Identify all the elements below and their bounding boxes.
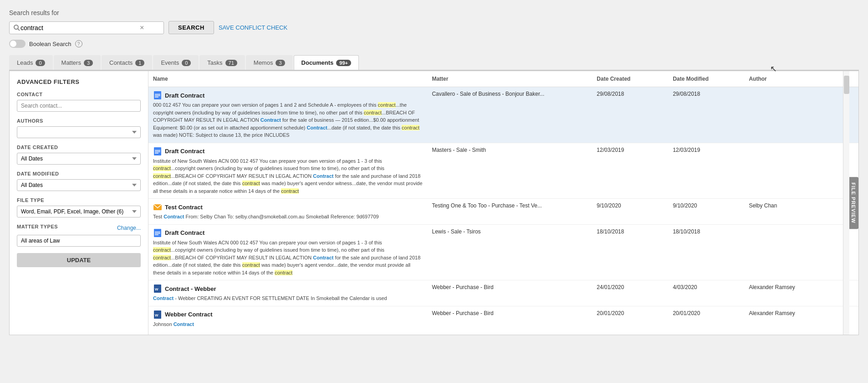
tab-documents-badge: 99+ [336,60,351,66]
highlight-contract: contract [153,255,171,260]
boolean-label: Boolean Search [29,41,71,47]
result-name: Draft Contract [165,229,204,236]
tab-contacts[interactable]: Contacts 1 [102,55,152,70]
svg-rect-8 [155,151,160,152]
result-name: Test Contract [165,204,203,211]
result-author-cell: Alexander Ramsey [744,280,858,306]
help-icon[interactable]: ? [75,40,82,47]
table-row[interactable]: Draft Contract Institute of New South Wa… [148,143,858,199]
result-date-modified-cell: 20/01/2020 [668,306,744,326]
results-body: Draft Contract 000 012 457 You can prepa… [148,87,858,327]
result-author-cell [744,143,858,199]
result-matter-cell: Testing One & Too Too - Purchase - Test … [427,199,592,225]
tab-events[interactable]: Events 0 [153,55,199,70]
date-modified-select[interactable]: All Dates [17,179,141,191]
col-header-matter: Matter [427,71,592,87]
result-name: Contract - Webber [165,285,216,292]
date-created-select[interactable]: All Dates [17,153,141,165]
file-type-select[interactable]: Word, Email, PDF, Excel, Image, Other (6… [17,206,141,217]
result-date-created-cell: 24/01/2020 [592,280,668,306]
table-row[interactable]: Draft Contract 000 012 457 You can prepa… [148,87,858,143]
result-name-row: Draft Contract [153,147,423,156]
contact-input[interactable] [17,100,141,112]
change-link[interactable]: Change... [117,225,141,231]
authors-select[interactable] [17,126,141,138]
result-matter-cell: Lewis - Sale - Tsiros [427,224,592,280]
table-row[interactable]: W Contract - Webber Contract - Webber CR… [148,280,858,306]
result-name-cell[interactable]: Draft Contract 000 012 457 You can prepa… [148,87,427,143]
matter-types-filter: MATTER TYPES Change... [17,224,141,247]
tab-contacts-badge: 1 [135,60,144,66]
tab-matters[interactable]: Matters 3 [54,55,101,70]
result-author-cell: Alexander Ramsey [744,306,858,326]
result-date-created-cell: 12/03/2019 [592,143,668,199]
matter-types-label: MATTER TYPES [17,224,58,229]
result-name-cell[interactable]: W Contract - Webber Contract - Webber CR… [148,280,427,306]
tab-leads[interactable]: Leads 0 [9,55,53,70]
tab-tasks[interactable]: Tasks 71 [199,55,245,70]
col-header-name: Name [148,71,427,87]
boolean-toggle[interactable] [9,40,26,48]
svg-rect-3 [155,94,160,95]
google-doc-icon [153,147,162,156]
boolean-row: Boolean Search ? [9,40,859,48]
authors-label: AUTHORS [17,118,141,124]
result-date-modified-cell: 4/03/2020 [668,280,744,306]
table-row[interactable]: W Webber Contract Johnson Contract Webbe… [148,306,858,326]
result-snippet: Test Contract From: Selby Chan To: selby… [153,213,423,221]
highlight-contract: Contract [153,295,174,301]
table-row[interactable]: Test Contract Test Contract From: Selby … [148,199,858,225]
tab-memos[interactable]: Memos 3 [246,55,293,70]
highlight-contract: Contract [313,173,333,179]
result-snippet: Institute of New South Wales ACN 000 012… [153,157,423,195]
result-name-cell[interactable]: Draft Contract Institute of New South Wa… [148,224,427,280]
tab-documents[interactable]: Documents 99+ [294,55,359,70]
word-icon: W [153,284,162,293]
result-snippet: Contract - Webber CREATING AN EVENT FOR … [153,295,423,302]
result-date-modified-cell: 29/08/2018 [668,87,744,143]
file-preview-tab[interactable]: FILE PREVIEW [848,177,858,229]
authors-filter: AUTHORS [17,118,141,138]
save-conflict-button[interactable]: SAVE CONFLICT CHECK [219,24,287,31]
result-matter-cell: Masters - Sale - Smith [427,143,592,199]
highlight-contract: contract [153,173,171,179]
highlight-contract: Contract [163,214,184,219]
result-name-cell[interactable]: Draft Contract Institute of New South Wa… [148,143,427,199]
matter-types-row: MATTER TYPES Change... [17,224,141,232]
date-modified-filter: DATE MODIFIED All Dates [17,171,141,191]
search-input[interactable] [20,24,139,31]
search-button[interactable]: SEARCH [168,21,214,34]
results-header: Name Matter Date Created Date Modified A… [148,71,858,87]
result-name-row: Draft Contract [153,91,423,100]
tab-matters-badge: 3 [84,60,93,66]
search-bar-row: × SEARCH SAVE CONFLICT CHECK [9,21,859,34]
results-scroll[interactable]: Name Matter Date Created Date Modified A… [148,71,858,326]
result-name-cell[interactable]: Test Contract Test Contract From: Selby … [148,199,427,225]
update-button[interactable]: UPDATE [17,253,141,267]
matter-types-input[interactable] [17,235,141,247]
search-results-label: Search results for [9,9,859,16]
word-icon: W [153,310,162,319]
svg-point-0 [14,25,18,29]
clear-button[interactable]: × [139,24,145,32]
table-row[interactable]: Draft Contract Institute of New South Wa… [148,224,858,280]
date-created-label: DATE CREATED [17,145,141,150]
svg-rect-5 [155,97,158,98]
result-date-created-cell: 18/10/2018 [592,224,668,280]
svg-line-1 [18,29,20,31]
result-name-cell[interactable]: W Webber Contract Johnson Contract [148,306,427,326]
sidebar: ADVANCED FILTERS CONTACT AUTHORS DATE CR… [10,71,148,335]
result-matter-cell: Webber - Purchase - Bird [427,280,592,306]
results-table: Name Matter Date Created Date Modified A… [148,71,858,326]
highlight-contract: Contract [174,321,194,327]
highlight-contract: contract [153,166,171,171]
result-name: Draft Contract [165,92,204,99]
file-type-label: FILE TYPE [17,197,141,203]
col-header-date-modified: Date Modified [668,71,744,87]
result-matter-cell: Webber - Purchase - Bird [427,306,592,326]
result-author-cell [744,224,858,280]
result-date-created-cell: 9/10/2020 [592,199,668,225]
search-input-wrap: × [9,21,164,34]
tab-documents-label: Documents [301,59,334,66]
svg-rect-13 [155,233,160,234]
